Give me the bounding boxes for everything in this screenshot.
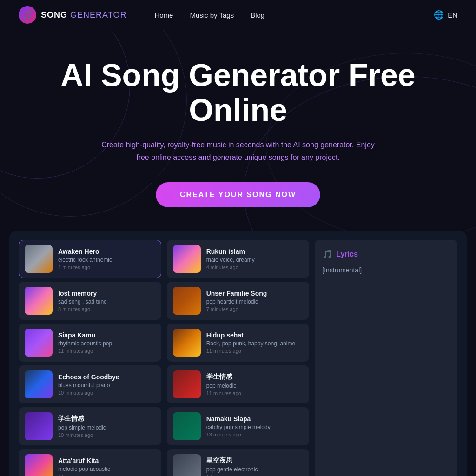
song-time: 13 minutes ago (206, 432, 304, 437)
song-tags: Rock, pop punk, happy song, anime (206, 340, 304, 347)
song-thumbnail (173, 287, 201, 315)
song-info: Unser Familie Song pop heartfelt melodic… (206, 290, 304, 312)
nav-links: Home Music by Tags Blog (154, 11, 434, 19)
song-time: 14 minutes ago (206, 474, 304, 476)
song-tags: electric rock anthemic (58, 257, 155, 263)
song-item[interactable]: Namaku Siapa catchy pop simple melody 13… (167, 407, 310, 445)
cta-button[interactable]: CREATE YOUR SONG NOW (156, 182, 320, 207)
song-thumbnail (173, 370, 201, 398)
song-title: Namaku Siapa (206, 415, 304, 423)
song-thumbnail (173, 412, 201, 440)
song-tags: melodic pop acoustic (58, 466, 155, 472)
right-song-column: Rukun islam male voice, dreamy 4 minutes… (167, 240, 310, 476)
song-item[interactable]: Awaken Hero electric rock anthemic 1 min… (19, 240, 161, 278)
song-time: 10 minutes ago (58, 390, 155, 396)
song-item[interactable]: Siapa Kamu rhythmic acoustic pop 11 minu… (19, 324, 161, 362)
song-tags: male voice, dreamy (206, 257, 304, 263)
song-item[interactable]: lost memory sad song , sad tune 8 minute… (19, 282, 161, 320)
nav-music-tags[interactable]: Music by Tags (190, 11, 234, 19)
left-song-column: Awaken Hero electric rock anthemic 1 min… (19, 240, 161, 476)
song-info: Awaken Hero electric rock anthemic 1 min… (58, 248, 155, 270)
song-thumbnail (25, 412, 53, 440)
song-thumbnail (173, 329, 201, 357)
song-thumbnail (25, 245, 53, 273)
song-info: Siapa Kamu rhythmic acoustic pop 11 minu… (58, 331, 155, 354)
song-item[interactable]: 学生情感 pop simple melodic 10 minutes ago (19, 407, 161, 445)
song-title: 星空夜思 (206, 456, 304, 465)
song-title: Hidup sehat (206, 331, 304, 339)
hero-section: AI Song Generator Free Online Create hig… (0, 30, 476, 231)
song-time: 11 minutes ago (58, 348, 155, 354)
song-info: Echoes of Goodbye blues mournful piano 1… (58, 373, 155, 396)
song-item[interactable]: Echoes of Goodbye blues mournful piano 1… (19, 365, 161, 403)
song-info: Hidup sehat Rock, pop punk, happy song, … (206, 331, 304, 354)
song-info: 学生情感 pop melodic 11 minutes ago (206, 373, 304, 396)
song-title: Siapa Kamu (58, 331, 155, 339)
song-thumbnail (25, 370, 53, 398)
song-time: 11 minutes ago (206, 390, 304, 396)
logo-icon: 🎵 (19, 6, 36, 24)
song-time: 4 minutes ago (206, 264, 304, 270)
hero-subtitle: Create high-quality, royalty-free music … (99, 139, 377, 164)
lyrics-panel: 🎵 Lyrics [Instrumental] (315, 240, 457, 476)
lyrics-header: 🎵 Lyrics (322, 249, 450, 259)
song-title: 学生情感 (58, 415, 155, 423)
lyrics-title: Lyrics (336, 250, 358, 258)
song-time: 14 minutes ago (58, 474, 155, 476)
song-tags: rhythmic acoustic pop (58, 340, 155, 347)
song-title: Rukun islam (206, 248, 304, 255)
nav-right: 🌐 EN (434, 10, 457, 20)
song-title: Atta'aruf Kita (58, 457, 155, 464)
song-item[interactable]: Atta'aruf Kita melodic pop acoustic 14 m… (19, 449, 161, 476)
language-label[interactable]: EN (448, 11, 457, 19)
song-tags: pop heartfelt melodic (206, 298, 304, 305)
song-time: 7 minutes ago (206, 306, 304, 312)
song-info: Atta'aruf Kita melodic pop acoustic 14 m… (58, 457, 155, 476)
song-thumbnail (25, 329, 53, 357)
song-item[interactable]: 学生情感 pop melodic 11 minutes ago (167, 365, 310, 403)
song-item[interactable]: Rukun islam male voice, dreamy 4 minutes… (167, 240, 310, 278)
song-item[interactable]: Hidup sehat Rock, pop punk, happy song, … (167, 324, 310, 362)
song-time: 8 minutes ago (58, 306, 155, 312)
song-tags: catchy pop simple melody (206, 424, 304, 430)
lyrics-icon: 🎵 (322, 249, 332, 259)
song-item[interactable]: Unser Familie Song pop heartfelt melodic… (167, 282, 310, 320)
song-title: Echoes of Goodbye (58, 373, 155, 381)
song-title: 学生情感 (206, 373, 304, 381)
song-item[interactable]: 星空夜思 pop gentle electronic 14 minutes ag… (167, 449, 310, 476)
language-icon: 🌐 (434, 10, 444, 20)
song-thumbnail (173, 245, 201, 273)
navbar: 🎵 SONG GENERATOR Home Music by Tags Blog… (0, 0, 476, 30)
nav-home[interactable]: Home (154, 11, 173, 19)
lyrics-content: [Instrumental] (322, 265, 450, 275)
song-info: Namaku Siapa catchy pop simple melody 13… (206, 415, 304, 437)
song-info: 学生情感 pop simple melodic 10 minutes ago (58, 415, 155, 438)
song-thumbnail (173, 454, 201, 476)
song-title: Unser Familie Song (206, 290, 304, 297)
song-thumbnail (25, 454, 53, 476)
song-info: lost memory sad song , sad tune 8 minute… (58, 290, 155, 312)
nav-blog[interactable]: Blog (251, 11, 264, 19)
song-info: Rukun islam male voice, dreamy 4 minutes… (206, 248, 304, 270)
song-tags: pop simple melodic (58, 424, 155, 431)
hero-title: AI Song Generator Free Online (19, 58, 457, 127)
song-time: 11 minutes ago (206, 348, 304, 354)
logo[interactable]: 🎵 SONG GENERATOR (19, 6, 126, 24)
song-tags: pop gentle electronic (206, 466, 304, 473)
song-info: 星空夜思 pop gentle electronic 14 minutes ag… (206, 456, 304, 476)
song-thumbnail (25, 287, 53, 315)
song-time: 1 minutes ago (58, 264, 155, 270)
song-title: Awaken Hero (58, 248, 155, 255)
song-tags: blues mournful piano (58, 382, 155, 389)
logo-text: SONG GENERATOR (41, 10, 126, 20)
content-section: Awaken Hero electric rock anthemic 1 min… (9, 231, 467, 476)
song-tags: pop melodic (206, 383, 304, 389)
song-time: 10 minutes ago (58, 432, 155, 438)
song-tags: sad song , sad tune (58, 298, 155, 305)
song-title: lost memory (58, 290, 155, 297)
